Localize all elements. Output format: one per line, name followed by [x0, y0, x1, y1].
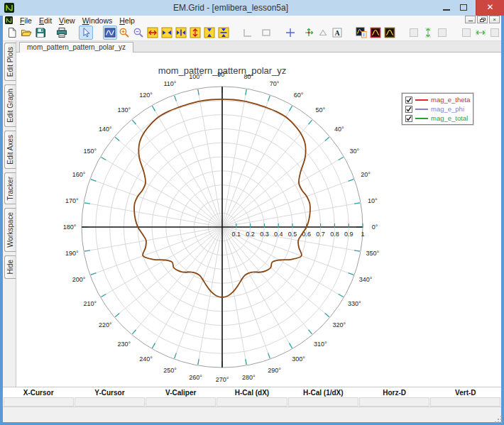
legend-checkbox[interactable]: [405, 96, 412, 104]
svg-text:340°: 340°: [359, 276, 373, 283]
sidebar-tab-edit-axes[interactable]: Edit Axes: [4, 131, 16, 169]
svg-text:310°: 310°: [314, 341, 327, 348]
rect-frame-icon: [261, 27, 272, 38]
expand-y-button[interactable]: [188, 26, 202, 40]
svg-text:0.1: 0.1: [232, 231, 241, 238]
open-file-button[interactable]: [19, 26, 33, 40]
add-cursor-button[interactable]: [283, 26, 297, 40]
readout-header: Y-Cursor: [74, 387, 145, 398]
save-button[interactable]: [33, 26, 48, 40]
plot-style-3-button[interactable]: [383, 26, 397, 40]
maximize-button[interactable]: [460, 4, 467, 11]
svg-text:0°: 0°: [372, 223, 378, 231]
menu-items: FileEditViewWindowsHelp: [16, 16, 138, 25]
legend-label: mag_e_phi: [431, 105, 464, 113]
plot-style-2-button[interactable]: [368, 26, 383, 40]
cursor-readout-panel: X-CursorY-CursorV-CaliperH-Cal (dX)H-Cal…: [3, 387, 501, 407]
legend-line-sample: [415, 99, 428, 101]
svg-text:80°: 80°: [244, 73, 254, 80]
fit-y-button[interactable]: [217, 26, 231, 40]
svg-text:0.2: 0.2: [246, 231, 255, 238]
svg-text:0.8: 0.8: [330, 231, 339, 238]
svg-text:20°: 20°: [361, 171, 371, 178]
text-label-button[interactable]: A: [330, 26, 344, 40]
rect-frame-button: [259, 26, 273, 40]
zoom-out-icon: [133, 27, 144, 38]
svg-text:50°: 50°: [315, 106, 325, 114]
zoom-in-button[interactable]: [117, 26, 131, 40]
readout-value-cell: [359, 397, 429, 407]
sidebar-tab-workspace[interactable]: Workspace: [4, 208, 16, 252]
h-scale-left-button: [459, 26, 473, 40]
gray-square-icon: [489, 27, 500, 38]
mdi-restore-button[interactable]: [477, 16, 488, 23]
open-folder-icon: [21, 27, 32, 38]
zoom-out-button[interactable]: [131, 26, 146, 40]
readout-header: Horz-D: [358, 387, 429, 398]
sidebar-tab-label: Edit Axes: [6, 135, 14, 165]
compress-y-button[interactable]: [202, 26, 217, 40]
plot-thumbnail-red-icon: [370, 27, 381, 38]
svg-text:170°: 170°: [65, 197, 79, 204]
sidebar-tab-label: Edit Plots: [6, 47, 14, 77]
corner-frame-button: [241, 26, 255, 40]
fit-x-button[interactable]: [174, 26, 188, 40]
select-tool-button[interactable]: [79, 26, 93, 40]
menu-item-view[interactable]: View: [55, 16, 79, 25]
menu-item-windows[interactable]: Windows: [79, 16, 116, 25]
readout-header: H-Cal (1/dX): [287, 387, 358, 398]
sidebar-tab-tracker[interactable]: Tracker: [4, 172, 16, 205]
mdi-close-button[interactable]: ×: [489, 16, 500, 23]
svg-text:350°: 350°: [366, 250, 379, 257]
compress-x-button[interactable]: [160, 26, 174, 40]
svg-text:270°: 270°: [216, 376, 229, 383]
readout-value-cell: [4, 397, 74, 407]
svg-text:A: A: [334, 29, 340, 37]
sidebar-tab-hide[interactable]: Hide: [4, 255, 16, 279]
expand-x-button[interactable]: [146, 26, 160, 40]
legend-item-mag_e_total: mag_e_total: [405, 114, 470, 123]
gray-square-icon: [437, 27, 448, 38]
print-button[interactable]: [55, 26, 69, 40]
tracker-axes-button[interactable]: [302, 26, 316, 40]
svg-text:120°: 120°: [139, 92, 153, 99]
svg-text:0.3: 0.3: [260, 231, 269, 238]
new-document-icon: [6, 27, 18, 38]
readout-value-cell: [430, 397, 500, 407]
sidebar-tab-edit-graph[interactable]: Edit Graph: [4, 84, 16, 127]
plus-icon: [285, 27, 296, 38]
svg-text:0.7: 0.7: [316, 231, 325, 238]
plot-style-1-button[interactable]: [354, 26, 368, 40]
app-logo-icon: [4, 3, 14, 13]
new-document-button[interactable]: [5, 26, 19, 40]
radial-tick-labels: 0.10.20.30.40.50.60.70.80.91: [232, 223, 365, 238]
title-bar[interactable]: EM.Grid - [emlibera_lesson5a] ✕: [0, 0, 504, 16]
menu-bar: FileEditViewWindowsHelp ×: [3, 16, 501, 25]
zoom-in-icon: [119, 27, 130, 38]
close-button[interactable]: ✕: [476, 0, 504, 16]
legend-checkbox[interactable]: [405, 106, 412, 113]
plot-canvas[interactable]: mom_pattern_pattern_polar_yz 0.10.20.30.…: [16, 53, 501, 387]
h-scale-arrows-button: [473, 26, 488, 40]
v-scale-arrows-button: [421, 26, 435, 40]
legend-line-sample: [415, 118, 428, 119]
sidebar-tab-edit-plots[interactable]: Edit Plots: [4, 43, 16, 81]
document-tab[interactable]: mom_pattern_pattern_polar_yz: [19, 42, 133, 53]
svg-text:40°: 40°: [334, 126, 344, 133]
fit-view-button[interactable]: [103, 26, 117, 40]
menu-item-help[interactable]: Help: [116, 16, 138, 25]
legend-label: mag_e_theta: [431, 96, 470, 104]
mdi-window-buttons: ×: [465, 16, 500, 23]
menu-item-file[interactable]: File: [16, 16, 35, 25]
resize-grip-icon[interactable]: [498, 419, 499, 420]
svg-text:0.4: 0.4: [274, 231, 283, 238]
chart-legend: mag_e_thetamag_e_phimag_e_total: [402, 93, 473, 125]
menu-item-edit[interactable]: Edit: [35, 16, 55, 25]
v-scale-right-button: [435, 26, 449, 40]
legend-item-mag_e_theta: mag_e_theta: [405, 95, 470, 104]
readout-values: [3, 397, 501, 407]
minimize-button[interactable]: [443, 9, 450, 11]
mdi-minimize-button[interactable]: [465, 16, 476, 23]
legend-checkbox[interactable]: [405, 115, 412, 122]
window-title: EM.Grid - [emlibera_lesson5a]: [43, 0, 419, 16]
